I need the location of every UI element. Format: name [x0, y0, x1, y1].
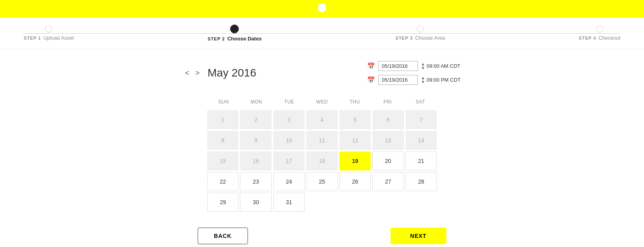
step-2-label: STEP 2 Choose Dates — [208, 36, 261, 42]
step-2-item[interactable]: STEP 2 Choose Dates — [208, 25, 261, 42]
next-button[interactable]: NEXT — [391, 228, 446, 244]
end-time-spinner[interactable]: ▲ ▼ 09:00 PM CDT — [421, 76, 461, 84]
prev-month-button[interactable]: < — [183, 69, 191, 77]
month-nav: < > May 2016 — [183, 67, 256, 79]
calendar-header: < > May 2016 📅 ▲ ▼ 09:00 AM CDT 📅 — [183, 61, 461, 85]
weekday-thu: THU — [338, 97, 371, 107]
calendar-icon-2: 📅 — [367, 76, 375, 84]
stepper: STEP 1 Upload Asset STEP 2 Choose Dates … — [0, 17, 644, 49]
stepper-items: STEP 1 Upload Asset STEP 2 Choose Dates … — [24, 25, 620, 42]
app-header — [0, 0, 644, 17]
day-cell-21[interactable]: 21 — [406, 151, 437, 170]
day-cell-13[interactable]: 13 — [372, 131, 404, 150]
start-time-up-arrow[interactable]: ▲ — [421, 62, 425, 66]
day-cell-3[interactable]: 3 — [273, 110, 305, 129]
end-time-arrows[interactable]: ▲ ▼ — [421, 76, 425, 84]
day-cell-22[interactable]: 22 — [207, 172, 238, 191]
day-cell-5[interactable]: 5 — [339, 110, 371, 129]
step-2-number: STEP 2 — [208, 36, 225, 41]
start-time-text: 09:00 AM CDT — [427, 63, 460, 69]
day-cell-8[interactable]: 8 — [207, 131, 238, 150]
step-3-label: STEP 3 Choose Area — [396, 35, 445, 41]
step-3-number: STEP 3 — [396, 36, 413, 40]
next-month-button[interactable]: > — [194, 69, 202, 77]
weekday-sun: SUN — [207, 97, 240, 107]
day-cell-2[interactable]: 2 — [240, 110, 271, 129]
step-2-dot — [230, 25, 239, 33]
start-datetime-row: 📅 ▲ ▼ 09:00 AM CDT — [367, 61, 461, 71]
day-cell-19[interactable]: 19 — [339, 151, 371, 170]
weekdays-row: SUN MON TUE WED THU FRI SAT — [207, 97, 437, 107]
step-1-dot — [45, 25, 52, 33]
weekday-tue: TUE — [273, 97, 306, 107]
footer-buttons: BACK NEXT — [198, 228, 446, 244]
end-time-text: 09:00 PM CDT — [427, 77, 461, 83]
day-cell-30[interactable]: 30 — [240, 193, 271, 212]
step-4-dot — [596, 25, 603, 33]
step-1-label: STEP 1 Upload Asset — [24, 35, 74, 41]
day-cell-7[interactable]: 7 — [406, 110, 437, 129]
step-1-name: Upload Asset — [44, 35, 74, 41]
weekday-sat: SAT — [404, 97, 437, 107]
start-time-arrows[interactable]: ▲ ▼ — [421, 62, 425, 70]
day-cell-31[interactable]: 31 — [273, 193, 305, 212]
end-time-up-arrow[interactable]: ▲ — [421, 76, 425, 80]
end-date-input[interactable] — [378, 75, 418, 85]
step-4-name: Checkout — [598, 35, 620, 41]
day-cell-12[interactable]: 12 — [339, 131, 371, 150]
step-3-name: Choose Area — [415, 35, 445, 41]
date-time-section: 📅 ▲ ▼ 09:00 AM CDT 📅 ▲ ▼ — [367, 61, 461, 85]
day-cell-29[interactable]: 29 — [207, 193, 238, 212]
step-4-item[interactable]: STEP 4 Checkout — [579, 25, 620, 41]
weekday-wed: WED — [306, 97, 339, 107]
start-date-input[interactable] — [378, 61, 418, 71]
main-content: < > May 2016 📅 ▲ ▼ 09:00 AM CDT 📅 — [0, 49, 644, 247]
step-4-number: STEP 4 — [579, 36, 596, 40]
calendar-grid: 1234567891011121314151617181920212223242… — [207, 110, 437, 212]
step-1-item[interactable]: STEP 1 Upload Asset — [24, 25, 74, 41]
day-cell-1[interactable]: 1 — [207, 110, 238, 129]
day-cell-11[interactable]: 11 — [306, 131, 337, 150]
day-cell-24[interactable]: 24 — [273, 172, 305, 191]
step-2-name: Choose Dates — [227, 36, 262, 42]
day-cell-18[interactable]: 18 — [306, 151, 337, 170]
day-cell-6[interactable]: 6 — [372, 110, 404, 129]
day-cell-15[interactable]: 15 — [207, 151, 238, 170]
snapchat-logo-icon — [316, 3, 328, 15]
day-cell-17[interactable]: 17 — [273, 151, 305, 170]
calendar-icon-1: 📅 — [367, 62, 375, 70]
step-4-label: STEP 4 Checkout — [579, 35, 620, 41]
day-cell-4[interactable]: 4 — [306, 110, 337, 129]
day-cell-25[interactable]: 25 — [306, 172, 337, 191]
step-1-number: STEP 1 — [24, 36, 41, 40]
weekday-fri: FRI — [371, 97, 404, 107]
day-cell-28[interactable]: 28 — [406, 172, 437, 191]
month-title: May 2016 — [208, 67, 256, 79]
weekday-mon: MON — [240, 97, 273, 107]
calendar-grid-container: SUN MON TUE WED THU FRI SAT 123456789101… — [207, 97, 437, 212]
step-3-item[interactable]: STEP 3 Choose Area — [396, 25, 445, 41]
end-time-down-arrow[interactable]: ▼ — [421, 80, 425, 84]
step-3-dot — [417, 25, 424, 33]
day-cell-9[interactable]: 9 — [240, 131, 271, 150]
back-button[interactable]: BACK — [198, 228, 248, 244]
start-time-down-arrow[interactable]: ▼ — [421, 66, 425, 70]
day-cell-14[interactable]: 14 — [406, 131, 437, 150]
day-cell-20[interactable]: 20 — [372, 151, 404, 170]
day-cell-26[interactable]: 26 — [339, 172, 371, 191]
start-time-spinner[interactable]: ▲ ▼ 09:00 AM CDT — [421, 62, 460, 70]
end-datetime-row: 📅 ▲ ▼ 09:00 PM CDT — [367, 75, 461, 85]
day-cell-10[interactable]: 10 — [273, 131, 305, 150]
day-cell-27[interactable]: 27 — [372, 172, 404, 191]
day-cell-23[interactable]: 23 — [240, 172, 271, 191]
day-cell-16[interactable]: 16 — [240, 151, 271, 170]
